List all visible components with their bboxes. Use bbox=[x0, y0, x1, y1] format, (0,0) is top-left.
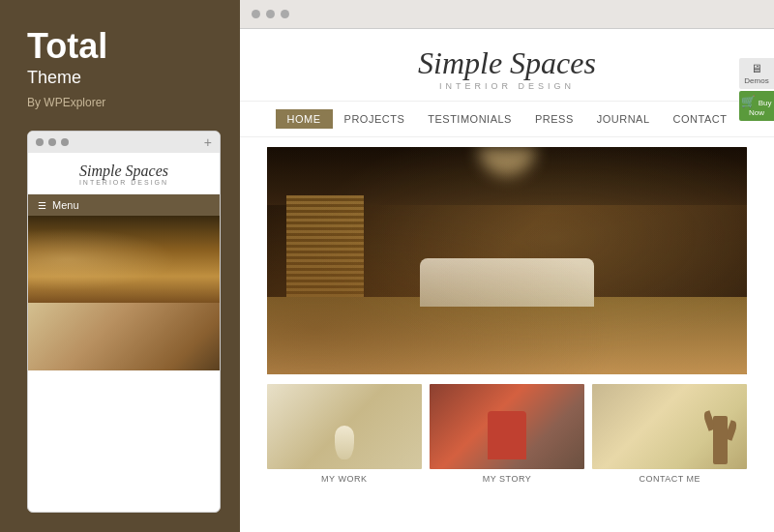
website-content: Simple Spaces Interior Design HOME PROJE… bbox=[240, 29, 774, 532]
chrome-dot-2 bbox=[266, 10, 275, 18]
mini-logo-sub: Interior Design bbox=[79, 179, 168, 186]
mini-content: Simple Spaces Interior Design ☰ Menu bbox=[28, 153, 220, 371]
thumb-img-contact-me[interactable] bbox=[592, 384, 747, 469]
chrome-dot-3 bbox=[281, 10, 289, 18]
mini-hero-image bbox=[28, 216, 220, 303]
thumb-label-contact-me: CONTACT ME bbox=[592, 474, 747, 484]
buy-now-button[interactable]: 🛒 Buy Now bbox=[739, 91, 774, 121]
mini-browser-preview: + Simple Spaces Interior Design ☰ Menu bbox=[27, 131, 221, 513]
side-buttons: 🖥 Demos 🛒 Buy Now bbox=[739, 58, 774, 121]
monitor-icon: 🖥 bbox=[751, 62, 762, 75]
site-logo: Simple Spaces bbox=[418, 46, 596, 80]
chrome-dot-1 bbox=[252, 10, 260, 18]
nav-item-testimonials[interactable]: TESTIMONIALS bbox=[416, 109, 523, 129]
hero-overlay bbox=[267, 147, 748, 374]
thumb-plant-decor bbox=[713, 416, 728, 464]
demos-button[interactable]: 🖥 Demos bbox=[739, 58, 774, 89]
thumbnail-grid: MY WORK MY STORY CONTACT ME bbox=[267, 384, 748, 484]
demos-label: Demos bbox=[744, 76, 768, 85]
mini-thumb-image bbox=[28, 303, 220, 370]
thumb-label-my-work: MY WORK bbox=[267, 474, 422, 484]
mini-dot-3 bbox=[61, 138, 69, 146]
site-logo-sub: Interior Design bbox=[418, 81, 596, 91]
hamburger-icon: ☰ bbox=[38, 200, 46, 211]
cart-icon: 🛒 bbox=[741, 95, 756, 108]
nav-item-contact[interactable]: CONTACT bbox=[662, 109, 739, 129]
main-area: 🖥 Demos 🛒 Buy Now Simple Spaces Interior… bbox=[240, 0, 774, 532]
mini-hero-inner bbox=[28, 216, 220, 303]
browser-chrome bbox=[240, 0, 774, 29]
theme-subtitle: Theme bbox=[27, 68, 221, 88]
theme-author: By WPExplorer bbox=[27, 96, 221, 109]
site-nav: HOME PROJECTS TESTIMONIALS PRESS JOURNAL… bbox=[240, 102, 774, 137]
thumb-img-my-story[interactable] bbox=[430, 384, 584, 469]
mini-menu-bar: ☰ Menu bbox=[28, 194, 220, 216]
nav-item-press[interactable]: PRESS bbox=[523, 109, 585, 129]
thumb-item-contact-me: CONTACT ME bbox=[592, 384, 747, 484]
nav-item-home[interactable]: HOME bbox=[276, 109, 333, 129]
mini-browser-bar: + bbox=[28, 132, 220, 153]
mini-dot-2 bbox=[48, 138, 56, 146]
thumb-label-my-story: MY STORY bbox=[430, 474, 584, 484]
sidebar: Total Theme By WPExplorer + Simple Space… bbox=[0, 0, 240, 532]
site-header: Simple Spaces Interior Design bbox=[240, 29, 774, 102]
mini-logo-text: Simple Spaces bbox=[79, 163, 168, 180]
theme-title: Total bbox=[27, 27, 221, 66]
thumb-item-my-story: MY STORY bbox=[430, 384, 584, 484]
thumb-img-my-work[interactable] bbox=[267, 384, 422, 469]
mini-plus-button[interactable]: + bbox=[204, 134, 212, 150]
thumb-vase-decor bbox=[335, 426, 354, 459]
nav-item-journal[interactable]: JOURNAL bbox=[585, 109, 662, 129]
hero-image bbox=[267, 147, 748, 374]
mini-menu-label: Menu bbox=[52, 199, 79, 211]
mini-dot-1 bbox=[36, 138, 44, 146]
nav-item-projects[interactable]: PROJECTS bbox=[333, 109, 417, 129]
thumb-item-my-work: MY WORK bbox=[267, 384, 422, 484]
thumb-chair-decor bbox=[488, 411, 526, 459]
mini-logo-area: Simple Spaces Interior Design bbox=[28, 153, 220, 195]
